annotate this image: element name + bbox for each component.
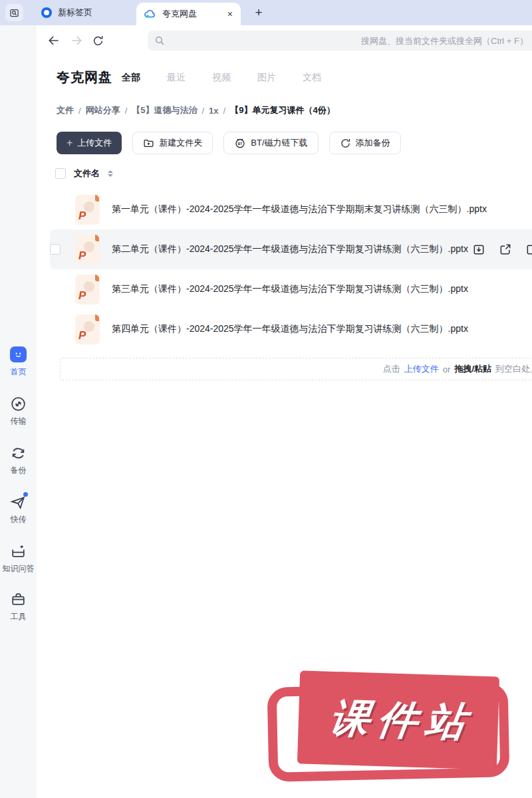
- download-icon[interactable]: [472, 243, 485, 256]
- file-row[interactable]: 第四单元（课件）-2024-2025学年一年级道德与法治下学期复习讲练测（六三制…: [50, 309, 532, 349]
- breadcrumb-current: 【9】单元复习课件（4份）: [230, 104, 334, 116]
- sidebar-item-fast-send[interactable]: 快传: [0, 493, 37, 525]
- breadcrumb-item[interactable]: 网站分享: [86, 104, 120, 116]
- tab-label: 夸克网盘: [162, 8, 197, 20]
- file-name[interactable]: 第一单元（课件）-2024-2025学年一年级道德与法治下学期期末复习讲练测（六…: [112, 203, 487, 215]
- bt-magnet-download-button[interactable]: BT BT/磁力链下载: [223, 132, 318, 154]
- new-folder-button[interactable]: 新建文件夹: [132, 132, 213, 154]
- file-name[interactable]: 第三单元（课件）-2024-2025学年一年级道德与法治下学期复习讲练测（六三制…: [112, 283, 468, 295]
- browser-tab-quark-drive[interactable]: 夸克网盘 ×: [136, 3, 241, 25]
- tab-search-button[interactable]: [5, 4, 23, 21]
- backup-sync-icon: [10, 444, 27, 462]
- upload-dropzone-hint[interactable]: 点击 上传文件 or 拖拽/粘贴 到空白处上传: [60, 358, 532, 380]
- sidebar-item-label: 传输: [11, 416, 27, 427]
- folder-plus-icon: [143, 138, 154, 149]
- transfer-icon: [10, 395, 27, 412]
- breadcrumb-item[interactable]: 文件: [57, 104, 74, 116]
- filter-tabs: 全部 最近 视频 图片 文档: [122, 72, 321, 84]
- new-tab-button[interactable]: +: [250, 4, 267, 21]
- knowledge-qa-icon: [10, 543, 27, 560]
- tab-all[interactable]: 全部: [122, 72, 140, 84]
- bt-magnet-icon: BT: [234, 137, 246, 149]
- tab-images[interactable]: 图片: [257, 72, 276, 84]
- sync-circle-icon: [340, 138, 351, 149]
- file-row[interactable]: 第三单元（课件）-2024-2025学年一年级道德与法治下学期复习讲练测（六三制…: [50, 269, 532, 309]
- add-backup-button[interactable]: 添加备份: [329, 132, 401, 154]
- breadcrumb-item[interactable]: 1x: [209, 106, 218, 116]
- tab-videos[interactable]: 视频: [212, 72, 231, 84]
- sidebar-item-tools[interactable]: 工具: [0, 591, 37, 622]
- hint-text: 到空白处上传: [495, 363, 532, 375]
- sidebar-item-transfer[interactable]: 传输: [0, 395, 37, 427]
- tab-label: 新标签页: [58, 7, 92, 19]
- paper-plane-icon: [10, 493, 27, 511]
- tab-search-icon: [9, 8, 19, 18]
- sidebar-item-label: 首页: [11, 366, 27, 378]
- upload-file-link[interactable]: 上传文件: [404, 363, 439, 375]
- breadcrumb-item[interactable]: 【5】道德与法治: [132, 104, 197, 116]
- breadcrumb-separator: /: [78, 106, 81, 116]
- stamp-background: 课件站: [297, 670, 499, 769]
- sidebar: 首页 传输 备份 快传: [0, 25, 37, 798]
- search-input[interactable]: [148, 31, 532, 51]
- back-button[interactable]: [47, 33, 61, 48]
- sidebar-item-label: 备份: [11, 465, 27, 476]
- hint-text: or: [443, 364, 451, 374]
- action-button-row: + 上传文件 新建文件夹 BT BT/磁力链下载 添加备份: [57, 132, 401, 154]
- sidebar-item-knowledge-qa[interactable]: 知识问答: [0, 543, 37, 575]
- row-action-icons: [472, 229, 532, 269]
- file-name[interactable]: 第四单元（课件）-2024-2025学年一年级道德与法治下学期复习讲练测（六三制…: [112, 323, 468, 335]
- file-list-header: 文件名: [55, 168, 113, 180]
- refresh-button[interactable]: [90, 33, 105, 48]
- tab-close-icon[interactable]: ×: [227, 9, 233, 19]
- select-all-checkbox[interactable]: [55, 168, 66, 179]
- home-smiley-icon: [10, 346, 27, 363]
- quark-browser-logo-icon: [41, 7, 52, 18]
- notification-dot: [23, 492, 28, 497]
- file-row[interactable]: 第一单元（课件）-2024-2025学年一年级道德与法治下学期期末复习讲练测（六…: [50, 190, 532, 229]
- share-icon[interactable]: [499, 243, 512, 256]
- file-row-hovered[interactable]: 第二单元（课件）-2024-2025学年一年级道德与法治下学期复习讲练测（六三制…: [50, 229, 532, 269]
- sidebar-item-home[interactable]: 首页: [0, 346, 37, 378]
- forward-button: [69, 33, 84, 48]
- stamp-text: 课件站: [320, 691, 477, 749]
- browser-tab-newtab[interactable]: 新标签页: [33, 0, 100, 25]
- ppt-file-icon: [75, 315, 100, 344]
- tab-recent[interactable]: 最近: [167, 72, 186, 84]
- svg-text:BT: BT: [238, 142, 243, 146]
- ppt-file-icon: [75, 275, 100, 305]
- upload-file-button[interactable]: + 上传文件: [57, 132, 122, 154]
- ppt-file-icon: [75, 235, 100, 265]
- hint-text: 点击: [383, 363, 400, 375]
- quark-cloud-logo-icon: [144, 9, 156, 19]
- file-list: 第一单元（课件）-2024-2025学年一年级道德与法治下学期期末复习讲练测（六…: [50, 190, 532, 349]
- button-label: BT/磁力链下载: [251, 137, 307, 149]
- button-label: 添加备份: [356, 137, 390, 149]
- sidebar-item-label: 快传: [11, 514, 27, 525]
- row-checkbox[interactable]: [50, 244, 61, 255]
- toolbox-icon: [10, 591, 27, 608]
- breadcrumb: 文件 / 网站分享 / 【5】道德与法治 / 1x / 【9】单元复习课件（4份…: [57, 104, 335, 116]
- more-actions-icon[interactable]: [525, 243, 532, 256]
- hint-text: 拖拽/粘贴: [454, 363, 491, 375]
- sort-toggle-icon[interactable]: [108, 170, 113, 177]
- browser-tab-bar: 新标签页 夸克网盘 × +: [0, 0, 532, 25]
- sidebar-item-label: 知识问答: [3, 563, 35, 575]
- file-name[interactable]: 第二单元（课件）-2024-2025学年一年级道德与法治下学期复习讲练测（六三制…: [112, 243, 468, 255]
- plus-icon: +: [66, 137, 72, 149]
- button-label: 新建文件夹: [159, 137, 202, 149]
- breadcrumb-separator: /: [201, 106, 204, 116]
- filename-column-header: 文件名: [74, 168, 100, 180]
- breadcrumb-separator: /: [223, 106, 226, 116]
- page-title: 夸克网盘: [57, 68, 112, 86]
- sidebar-item-backup[interactable]: 备份: [0, 444, 37, 476]
- sidebar-item-label: 工具: [11, 611, 27, 622]
- button-label: 上传文件: [77, 137, 112, 149]
- breadcrumb-separator: /: [125, 106, 128, 116]
- ppt-file-icon: [75, 195, 100, 225]
- tab-docs[interactable]: 文档: [303, 72, 321, 84]
- watermark-stamp: 课件站: [268, 670, 527, 783]
